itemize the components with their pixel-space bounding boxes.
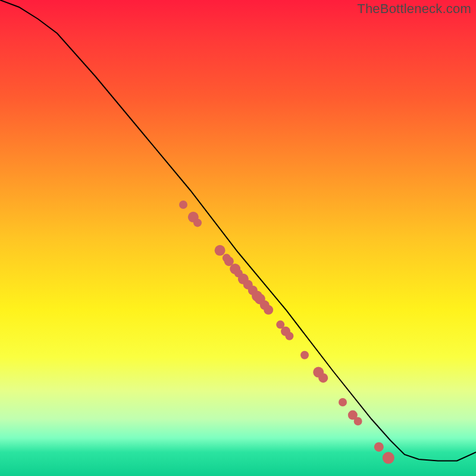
data-point [179,201,187,209]
data-point [354,417,362,425]
data-point [374,442,384,452]
chart-container: TheBottleneck.com [0,0,476,476]
bottleneck-curve [0,0,476,461]
data-point [215,245,226,256]
data-point [193,218,202,227]
chart-svg [0,0,476,476]
data-point [264,305,273,315]
data-point [318,373,328,383]
data-point [285,332,293,340]
data-point [383,452,394,464]
data-point [339,398,347,406]
data-point [300,351,309,359]
